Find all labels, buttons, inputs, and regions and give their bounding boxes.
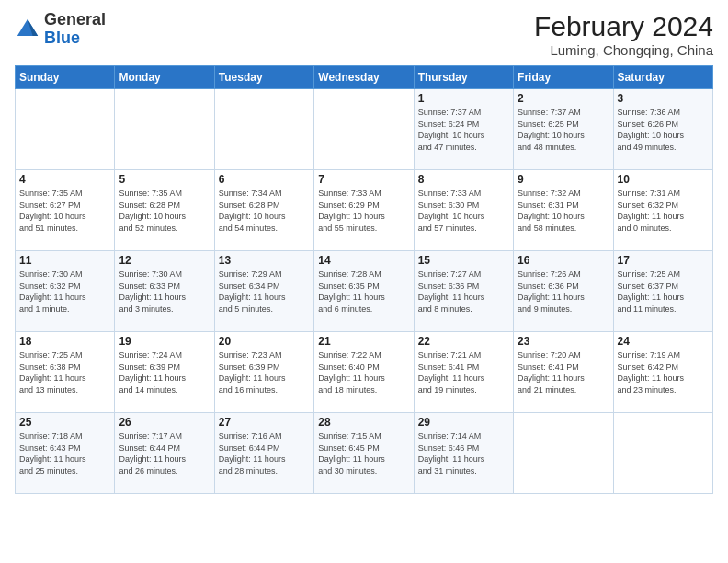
calendar-cell	[514, 413, 613, 494]
day-number: 19	[119, 335, 210, 348]
day-info: Sunrise: 7:35 AM Sunset: 6:28 PM Dayligh…	[119, 188, 210, 234]
day-number: 22	[418, 335, 509, 348]
header: General Blue February 2024 Luming, Chong…	[15, 11, 713, 58]
day-info: Sunrise: 7:28 AM Sunset: 6:35 PM Dayligh…	[318, 269, 409, 315]
day-number: 17	[618, 254, 709, 267]
calendar-cell: 29Sunrise: 7:14 AM Sunset: 6:46 PM Dayli…	[414, 413, 513, 494]
day-info: Sunrise: 7:25 AM Sunset: 6:37 PM Dayligh…	[618, 269, 709, 315]
day-info: Sunrise: 7:31 AM Sunset: 6:32 PM Dayligh…	[618, 188, 709, 234]
day-number: 18	[19, 335, 110, 348]
calendar-table: SundayMondayTuesdayWednesdayThursdayFrid…	[15, 65, 713, 494]
calendar-cell: 26Sunrise: 7:17 AM Sunset: 6:44 PM Dayli…	[115, 413, 214, 494]
calendar-cell: 9Sunrise: 7:32 AM Sunset: 6:31 PM Daylig…	[514, 170, 613, 251]
day-info: Sunrise: 7:18 AM Sunset: 6:43 PM Dayligh…	[19, 431, 110, 477]
day-info: Sunrise: 7:33 AM Sunset: 6:30 PM Dayligh…	[418, 188, 509, 234]
day-number: 16	[518, 254, 609, 267]
calendar-cell	[613, 413, 712, 494]
day-number: 28	[318, 416, 409, 429]
calendar-cell: 11Sunrise: 7:30 AM Sunset: 6:32 PM Dayli…	[16, 251, 115, 332]
calendar-subtitle: Luming, Chongqing, China	[534, 42, 713, 58]
calendar-cell: 7Sunrise: 7:33 AM Sunset: 6:29 PM Daylig…	[314, 170, 414, 251]
calendar-week-5: 25Sunrise: 7:18 AM Sunset: 6:43 PM Dayli…	[16, 413, 713, 494]
calendar-cell: 6Sunrise: 7:34 AM Sunset: 6:28 PM Daylig…	[214, 170, 313, 251]
day-info: Sunrise: 7:37 AM Sunset: 6:25 PM Dayligh…	[518, 107, 609, 153]
day-number: 6	[219, 173, 310, 186]
day-info: Sunrise: 7:30 AM Sunset: 6:32 PM Dayligh…	[19, 269, 110, 315]
day-info: Sunrise: 7:17 AM Sunset: 6:44 PM Dayligh…	[119, 431, 210, 477]
calendar-cell: 28Sunrise: 7:15 AM Sunset: 6:45 PM Dayli…	[314, 413, 414, 494]
calendar-cell: 4Sunrise: 7:35 AM Sunset: 6:27 PM Daylig…	[16, 170, 115, 251]
day-number: 5	[119, 173, 210, 186]
calendar-cell: 22Sunrise: 7:21 AM Sunset: 6:41 PM Dayli…	[414, 332, 513, 413]
day-info: Sunrise: 7:19 AM Sunset: 6:42 PM Dayligh…	[618, 350, 709, 396]
calendar-week-1: 1Sunrise: 7:37 AM Sunset: 6:24 PM Daylig…	[16, 89, 713, 170]
day-number: 27	[219, 416, 310, 429]
day-info: Sunrise: 7:24 AM Sunset: 6:39 PM Dayligh…	[119, 350, 210, 396]
calendar-cell: 14Sunrise: 7:28 AM Sunset: 6:35 PM Dayli…	[314, 251, 414, 332]
day-number: 23	[518, 335, 609, 348]
calendar-cell: 18Sunrise: 7:25 AM Sunset: 6:38 PM Dayli…	[16, 332, 115, 413]
calendar-cell: 21Sunrise: 7:22 AM Sunset: 6:40 PM Dayli…	[314, 332, 414, 413]
calendar-cell: 20Sunrise: 7:23 AM Sunset: 6:39 PM Dayli…	[214, 332, 313, 413]
calendar-cell: 8Sunrise: 7:33 AM Sunset: 6:30 PM Daylig…	[414, 170, 513, 251]
weekday-monday: Monday	[115, 66, 214, 89]
logo-text: General Blue	[44, 11, 106, 48]
day-info: Sunrise: 7:30 AM Sunset: 6:33 PM Dayligh…	[119, 269, 210, 315]
calendar-cell: 5Sunrise: 7:35 AM Sunset: 6:28 PM Daylig…	[115, 170, 214, 251]
page: General Blue February 2024 Luming, Chong…	[0, 0, 728, 563]
day-info: Sunrise: 7:14 AM Sunset: 6:46 PM Dayligh…	[418, 431, 509, 477]
calendar-week-3: 11Sunrise: 7:30 AM Sunset: 6:32 PM Dayli…	[16, 251, 713, 332]
day-number: 20	[219, 335, 310, 348]
day-info: Sunrise: 7:20 AM Sunset: 6:41 PM Dayligh…	[518, 350, 609, 396]
calendar-header: SundayMondayTuesdayWednesdayThursdayFrid…	[16, 66, 713, 89]
calendar-cell: 15Sunrise: 7:27 AM Sunset: 6:36 PM Dayli…	[414, 251, 513, 332]
calendar-week-2: 4Sunrise: 7:35 AM Sunset: 6:27 PM Daylig…	[16, 170, 713, 251]
day-info: Sunrise: 7:32 AM Sunset: 6:31 PM Dayligh…	[518, 188, 609, 234]
calendar-title: February 2024	[534, 11, 713, 42]
day-info: Sunrise: 7:29 AM Sunset: 6:34 PM Dayligh…	[219, 269, 310, 315]
calendar-week-4: 18Sunrise: 7:25 AM Sunset: 6:38 PM Dayli…	[16, 332, 713, 413]
calendar-cell: 27Sunrise: 7:16 AM Sunset: 6:44 PM Dayli…	[214, 413, 313, 494]
day-info: Sunrise: 7:15 AM Sunset: 6:45 PM Dayligh…	[318, 431, 409, 477]
calendar-cell	[314, 89, 414, 170]
day-number: 8	[418, 173, 509, 186]
logo-icon	[15, 17, 40, 42]
calendar-cell: 1Sunrise: 7:37 AM Sunset: 6:24 PM Daylig…	[414, 89, 513, 170]
calendar-cell: 17Sunrise: 7:25 AM Sunset: 6:37 PM Dayli…	[613, 251, 712, 332]
day-number: 15	[418, 254, 509, 267]
day-info: Sunrise: 7:21 AM Sunset: 6:41 PM Dayligh…	[418, 350, 509, 396]
day-number: 11	[19, 254, 110, 267]
calendar-cell	[115, 89, 214, 170]
day-info: Sunrise: 7:33 AM Sunset: 6:29 PM Dayligh…	[318, 188, 409, 234]
calendar-cell	[16, 89, 115, 170]
day-info: Sunrise: 7:35 AM Sunset: 6:27 PM Dayligh…	[19, 188, 110, 234]
day-info: Sunrise: 7:25 AM Sunset: 6:38 PM Dayligh…	[19, 350, 110, 396]
calendar-cell: 24Sunrise: 7:19 AM Sunset: 6:42 PM Dayli…	[613, 332, 712, 413]
day-number: 7	[318, 173, 409, 186]
calendar-cell: 2Sunrise: 7:37 AM Sunset: 6:25 PM Daylig…	[514, 89, 613, 170]
day-number: 9	[518, 173, 609, 186]
calendar-cell: 16Sunrise: 7:26 AM Sunset: 6:36 PM Dayli…	[514, 251, 613, 332]
day-info: Sunrise: 7:27 AM Sunset: 6:36 PM Dayligh…	[418, 269, 509, 315]
weekday-saturday: Saturday	[613, 66, 712, 89]
logo: General Blue	[15, 11, 106, 48]
day-number: 1	[418, 92, 509, 105]
weekday-sunday: Sunday	[16, 66, 115, 89]
calendar-cell	[214, 89, 313, 170]
day-info: Sunrise: 7:16 AM Sunset: 6:44 PM Dayligh…	[219, 431, 310, 477]
day-info: Sunrise: 7:22 AM Sunset: 6:40 PM Dayligh…	[318, 350, 409, 396]
calendar-cell: 25Sunrise: 7:18 AM Sunset: 6:43 PM Dayli…	[16, 413, 115, 494]
calendar-cell: 3Sunrise: 7:36 AM Sunset: 6:26 PM Daylig…	[613, 89, 712, 170]
day-number: 29	[418, 416, 509, 429]
logo-general: General	[44, 10, 106, 29]
calendar-cell: 23Sunrise: 7:20 AM Sunset: 6:41 PM Dayli…	[514, 332, 613, 413]
day-info: Sunrise: 7:23 AM Sunset: 6:39 PM Dayligh…	[219, 350, 310, 396]
day-number: 13	[219, 254, 310, 267]
day-info: Sunrise: 7:37 AM Sunset: 6:24 PM Dayligh…	[418, 107, 509, 153]
day-number: 24	[618, 335, 709, 348]
calendar-cell: 12Sunrise: 7:30 AM Sunset: 6:33 PM Dayli…	[115, 251, 214, 332]
logo-blue: Blue	[44, 29, 80, 47]
calendar-cell: 10Sunrise: 7:31 AM Sunset: 6:32 PM Dayli…	[613, 170, 712, 251]
title-section: February 2024 Luming, Chongqing, China	[534, 11, 713, 58]
weekday-header-row: SundayMondayTuesdayWednesdayThursdayFrid…	[16, 66, 713, 89]
